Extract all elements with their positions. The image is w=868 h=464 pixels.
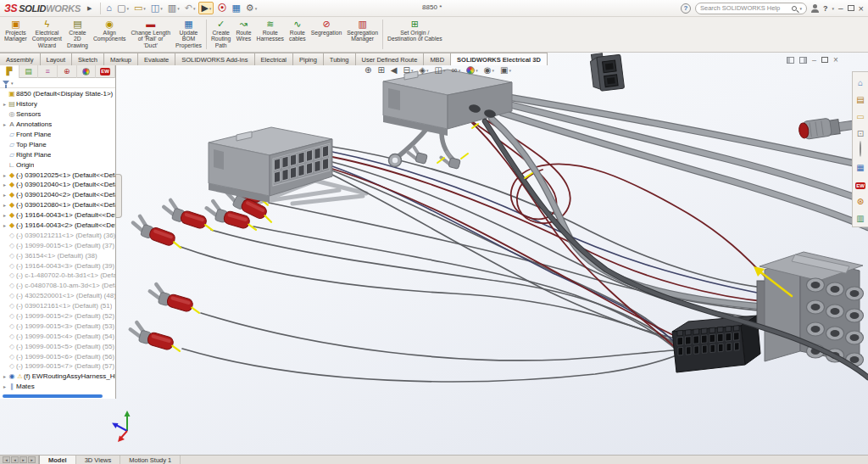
resources-home-tab[interactable]: ⌂	[858, 74, 863, 89]
help-menu-button[interactable]: ?	[823, 4, 828, 13]
tree-item[interactable]: ◇(-) 19099-0015<7> (Default) (57)	[0, 361, 115, 372]
select-tool-button[interactable]: ▶▾	[198, 2, 214, 14]
tree-item[interactable]: ◇(-) 19099-0015<3> (Default) (53)	[0, 321, 115, 331]
tab-markup[interactable]: Markup	[103, 53, 138, 65]
tree-item[interactable]: ◇(-) c-1-480702-0-bt-3d1<1> (Default	[0, 271, 115, 281]
restore-button[interactable]	[848, 5, 854, 11]
minimize-button[interactable]: –	[838, 3, 843, 13]
custom-properties-tab[interactable]: ▦	[856, 159, 864, 174]
undo-button[interactable]: ↶▾	[183, 3, 198, 14]
doc-tab-motion-study-1[interactable]: Motion Study 1	[120, 456, 181, 464]
dropdown-caret-icon[interactable]: ▾	[160, 6, 163, 11]
display-style-button[interactable]: ◫▾	[435, 66, 446, 75]
panel-flyout-handle[interactable]	[116, 174, 122, 218]
ribbon-button-create-2d-drawing[interactable]: ▤Create 2D Drawing	[64, 18, 91, 51]
tab-electricalmanager[interactable]: EW	[96, 65, 115, 78]
expand-arrow-icon[interactable]: ▸	[2, 202, 8, 208]
edit-appearance-button[interactable]: ▾	[466, 66, 478, 75]
user-account-icon[interactable]	[811, 4, 819, 13]
hide-show-items-button[interactable]: ∞▾	[452, 66, 461, 75]
expand-arrow-icon[interactable]: ▸	[2, 101, 8, 107]
tree-item[interactable]: ▱Front Plane	[0, 130, 115, 140]
ribbon-button-set-origin-destination[interactable]: ⊞Set Origin / Destination of Cables	[385, 18, 445, 51]
tab-propertymanager[interactable]: ▤	[19, 65, 39, 78]
ribbon-button-segregation-manager[interactable]: ▥Segregation Manager	[344, 18, 381, 51]
zoom-to-fit-button[interactable]: ⊕	[364, 66, 371, 75]
tree-item[interactable]: ▸◆(-) 19164-0043<1> (Default<<Defau	[0, 210, 115, 221]
search-input[interactable]: Search SOLIDWORKS Help ▾	[695, 3, 807, 14]
search-options-caret-icon[interactable]: ▾	[799, 6, 802, 11]
tree-item[interactable]: ◇(-) 19099-0015<4> (Default) (54)	[0, 331, 115, 341]
doc-tab-model[interactable]: Model	[39, 456, 76, 464]
section-view-button[interactable]: ⊟▾	[403, 66, 413, 75]
restore-document-icon[interactable]	[821, 57, 828, 63]
ribbon-button-update-bom-properties[interactable]: ▦Update BOM Properties	[173, 18, 204, 51]
show-pane-right-icon[interactable]	[799, 57, 807, 64]
tree-item[interactable]: ▸▤History	[0, 99, 115, 109]
tab-scroll-button-0[interactable]: ◂	[3, 456, 10, 463]
new-document-button[interactable]: ▢▾	[115, 3, 131, 14]
expand-arrow-icon[interactable]: ▸	[2, 121, 8, 127]
ribbon-button-route-cables[interactable]: ∿Route cables	[287, 18, 309, 51]
connector-small-2pin[interactable]	[589, 53, 624, 92]
tab-tubing[interactable]: Tubing	[323, 53, 356, 65]
tab-assembly[interactable]: Assembly	[0, 53, 41, 65]
tab-solidworks-add-ins[interactable]: SOLIDWORKS Add-Ins	[175, 53, 254, 65]
tab-electrical[interactable]: Electrical	[254, 53, 293, 65]
tree-item[interactable]: ▸◆(-) 039012080<1> (Default<<Default	[0, 200, 115, 210]
help-caret-icon[interactable]: ▾	[832, 6, 834, 11]
design-library-tab[interactable]: ▤	[856, 91, 864, 106]
ribbon-button-electrical-component-wizard[interactable]: ϟElectrical Component Wizard	[30, 18, 64, 51]
dropdown-caret-icon[interactable]: ▾	[177, 6, 180, 11]
connector-left[interactable]	[209, 127, 332, 203]
expand-arrow-icon[interactable]: ▸	[2, 373, 8, 379]
tab-scroll-button-1[interactable]: ◂	[11, 456, 19, 463]
tree-item[interactable]: ◇(-) 19164-0043<3> (Default) (39)	[0, 260, 115, 271]
tree-filter-row[interactable]: ▾	[0, 78, 115, 88]
tree-item[interactable]: ∟Origin	[0, 159, 115, 170]
tree-item[interactable]: ▸AAnnotations	[0, 120, 115, 130]
tree-item[interactable]: ▸◉⚠(f) EWRoutingAssyHarness_HB(	[0, 372, 115, 382]
tab-mbd[interactable]: MBD	[423, 53, 451, 65]
tree-item[interactable]: ◇(-) 4302520001<1> (Default) (48)	[0, 291, 115, 301]
ribbon-button-segregation[interactable]: ⊘Segregation	[309, 18, 345, 51]
tree-item[interactable]: ▱Right Plane	[0, 149, 115, 159]
close-button[interactable]: ×	[859, 3, 864, 14]
tree-item[interactable]: ◇(-) 0390121211<1> (Default) (36)	[0, 230, 115, 240]
tab-displaymanager[interactable]	[77, 65, 97, 78]
tree-item[interactable]: ◇(-) 19099-0015<6> (Default) (56)	[0, 351, 115, 361]
3d-model-scene[interactable]	[0, 53, 868, 455]
tab-piping[interactable]: Piping	[292, 53, 324, 65]
ring-terminal[interactable]	[389, 154, 402, 167]
welcome-help-icon[interactable]: ?	[681, 3, 691, 14]
tree-item[interactable]: ◇(-) 19099-0015<5> (Default) (55)	[0, 341, 115, 351]
tree-horizontal-scrollbar[interactable]	[0, 393, 115, 399]
expand-arrow-icon[interactable]: ▸	[2, 222, 8, 228]
ribbon-button-change-length-rail-duct[interactable]: ▬Change Length of 'Rail' or 'Duct'	[128, 18, 173, 51]
dropdown-caret-icon[interactable]: ▾	[255, 6, 258, 11]
ribbon-button-create-routing-path[interactable]: ✓Create Routing Path	[209, 18, 233, 51]
preview-board-tab[interactable]: ▥	[856, 210, 864, 225]
tree-item[interactable]: ▱Top Plane	[0, 139, 115, 149]
graphics-area[interactable]: ⊕⊞◀⊟▾◈▾◫▾∞▾▾◉▾▣▾ – × ⌂▤▭⊡▦EW⊛▥	[0, 53, 868, 455]
solidworks-electrical-tab[interactable]: EW	[855, 176, 865, 191]
minimize-document-icon[interactable]: –	[812, 56, 816, 64]
tree-item[interactable]: ◇(-) c-0480708-10-am-3d<1> (Default	[0, 281, 115, 291]
tree-item[interactable]: ▸∥Mates	[0, 382, 115, 392]
dropdown-caret-icon[interactable]: ▾	[443, 68, 446, 73]
apply-scene-button[interactable]: ◉▾	[484, 66, 494, 75]
filter-caret-icon[interactable]: ▾	[11, 81, 14, 86]
scrollbar-thumb[interactable]	[3, 394, 103, 398]
tab-featuremanager[interactable]: ▛	[0, 65, 19, 78]
ribbon-button-route-harnesses[interactable]: ≋Route Harnesses	[254, 18, 287, 51]
connector-right-12pin[interactable]	[757, 252, 864, 366]
expand-arrow-icon[interactable]: ▸	[2, 383, 8, 389]
dropdown-caret-icon[interactable]: ▾	[193, 6, 196, 11]
tree-item[interactable]: ▸◆(-) 039012040<2> (Default<<Default	[0, 190, 115, 200]
appearances-scenes-tab[interactable]	[860, 142, 861, 157]
close-document-icon[interactable]: ×	[833, 55, 838, 64]
tab-sketch[interactable]: Sketch	[71, 53, 104, 65]
traffic-light-button[interactable]: ⦿	[215, 3, 228, 14]
tab-evaluate[interactable]: Evaluate	[137, 53, 175, 65]
expand-arrow-icon[interactable]: ▸	[2, 192, 8, 198]
